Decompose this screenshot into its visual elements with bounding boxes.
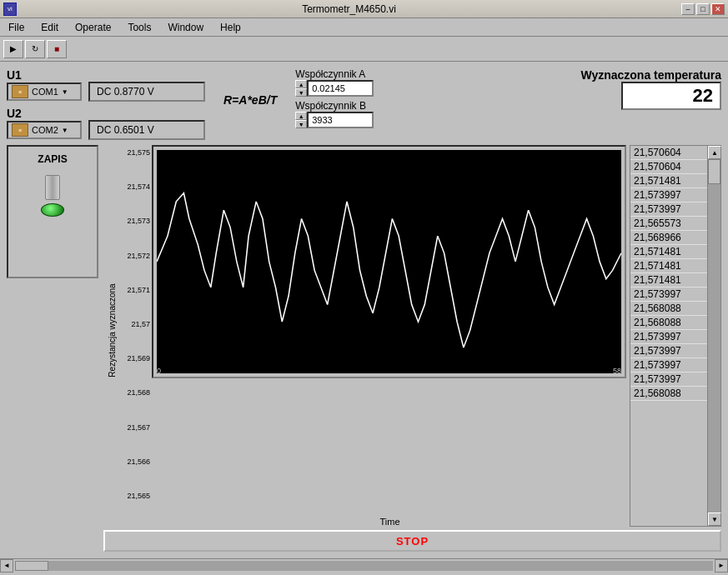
list-item: 21,573997 [630,358,707,372]
title-bar: vi Termometr_M4650.vi – □ ✕ [0,0,728,18]
u2-voltage: DC 0.6501 V [88,120,205,140]
window-title: Termometr_M4650.vi [17,3,681,15]
coeff-a-up[interactable]: ▲ [295,80,307,88]
u2-com-value: COM2 [32,125,58,135]
scroll-up-button[interactable]: ▲ [708,146,721,159]
list-item: 21,570604 [630,160,707,174]
list-item: 21,568088 [630,387,707,401]
y-tick: 21,565 [117,492,150,500]
list-item: 21,573997 [630,344,707,358]
menu-help[interactable]: Help [215,20,246,35]
u1-com-value: COM1 [32,87,58,97]
u1-section: U1 ≡ COM1 ▼ DC 0.8770 V [7,68,205,102]
menu-bar: File Edit Operate Tools Window Help [0,18,728,37]
y-axis-label-container: Rezystancja wyznaczona [103,145,115,515]
coeff-b-section: Współczynnik B ▲ ▼ 3933 [295,100,374,128]
title-bar-left: vi [3,2,17,16]
zapis-label: ZAPIS [38,153,67,165]
data-list-scrollbar: ▲ ▼ [707,146,720,526]
chart-inner [157,150,621,373]
menu-tools[interactable]: Tools [123,20,156,35]
left-panel: ZAPIS [7,145,98,552]
h-scroll-left[interactable]: ◄ [0,559,13,572]
list-item: 21,568966 [630,231,707,245]
u2-com-dropdown[interactable]: ≡ COM2 ▼ [7,121,82,139]
temperature-section: Wyznaczona temperatura 22 [580,68,721,110]
u2-dropdown-arrow: ▼ [62,127,68,134]
list-item: 21,565573 [630,217,707,231]
u2-row: ≡ COM2 ▼ DC 0.6501 V [7,120,205,140]
chart-with-axes: Rezystancja wyznaczona 21,57521,57421,57… [103,145,626,527]
coeff-a-input-row: ▲ ▼ 0.02145 [295,80,374,97]
close-button[interactable]: ✕ [711,3,725,15]
menu-file[interactable]: File [3,20,29,35]
list-item: 21,573997 [630,372,707,387]
y-tick: 21,568 [117,388,150,397]
y-tick: 21,567 [117,423,150,432]
top-panel: U1 ≡ COM1 ▼ DC 0.8770 V U2 [7,68,721,140]
chart-container: Rezystancja wyznaczona 21,57521,57421,57… [103,145,721,552]
list-item: 21,570604 [630,146,707,160]
coeff-a-value[interactable]: 0.02145 [307,80,374,97]
coeff-b-spinner: ▲ ▼ [295,112,307,128]
y-tick: 21,573 [117,217,150,225]
run-button[interactable]: ▶ [3,40,23,58]
com2-icon: ≡ [12,123,28,137]
com1-icon: ≡ [12,85,28,98]
toolbar: ▶ ↻ ■ [0,37,728,62]
y-tick: 21,574 [117,182,150,191]
y-axis-label: Rezystancja wyznaczona [108,280,117,380]
menu-operate[interactable]: Operate [70,20,116,35]
temperature-label: Wyznaczona temperatura [580,68,721,82]
coeff-b-value[interactable]: 3933 [307,112,374,128]
scroll-down-button[interactable]: ▼ [708,512,721,526]
list-item: 21,571481 [630,174,707,188]
y-tick: 21,566 [117,458,150,466]
chart-with-y: Rezystancja wyznaczona 21,57521,57421,57… [103,145,626,515]
maximize-button[interactable]: □ [696,3,710,15]
list-item: 21,571481 [630,273,707,288]
list-item: 21,571481 [630,245,707,259]
u2-section: U2 ≡ COM2 ▼ DC 0.6501 V [7,107,205,140]
h-scroll-track [15,561,713,571]
middle-area: ZAPIS Rezystancja wyznaczona [7,145,721,552]
coeff-b-up[interactable]: ▲ [295,112,307,120]
chart-wrapper: Rezystancja wyznaczona 21,57521,57421,57… [103,145,721,527]
chart-svg [157,150,621,373]
u1-row: ≡ COM1 ▼ DC 0.8770 V [7,82,205,102]
menu-window[interactable]: Window [163,20,208,35]
list-item: 21,573997 [630,330,707,344]
x-axis-label: Time [103,517,626,527]
stop-button[interactable]: STOP [103,530,721,552]
y-tick: 21,569 [117,354,150,362]
scroll-thumb[interactable] [708,159,720,184]
toggle-led [41,203,64,217]
u1-label: U1 [7,68,205,82]
menu-edit[interactable]: Edit [36,20,63,35]
h-scroll-right[interactable]: ► [715,559,728,572]
zapis-toggle[interactable] [41,175,64,217]
y-tick: 21,575 [117,148,150,157]
coeff-b-down[interactable]: ▼ [295,120,307,128]
stop-toolbar-button[interactable]: ■ [47,40,67,58]
minimize-button[interactable]: – [681,3,695,15]
title-bar-controls: – □ ✕ [681,3,725,15]
run-continuous-button[interactable]: ↻ [25,40,45,58]
y-tick: 21,57 [117,320,150,328]
coeff-b-input-row: ▲ ▼ 3933 [295,112,374,128]
coeff-a-spinner: ▲ ▼ [295,80,307,97]
x-end: 58 [613,367,621,375]
u2-label: U2 [7,107,205,120]
scroll-track [708,159,720,512]
u1-com-dropdown[interactable]: ≡ COM1 ▼ [7,82,82,101]
data-list-inner: 21,57060421,57060421,57148121,57399721,5… [630,146,707,526]
y-tick: 21,571 [117,286,150,294]
list-item: 21,573997 [630,188,707,202]
h-scroll-thumb[interactable] [15,561,48,571]
data-list-section: 21,57060421,57060421,57148121,57399721,5… [630,145,721,527]
app-icon: vi [3,2,17,16]
toggle-knob [45,175,60,200]
coeff-a-down[interactable]: ▼ [295,88,307,97]
list-item: 21,568088 [630,302,707,316]
list-item: 21,573997 [630,202,707,217]
